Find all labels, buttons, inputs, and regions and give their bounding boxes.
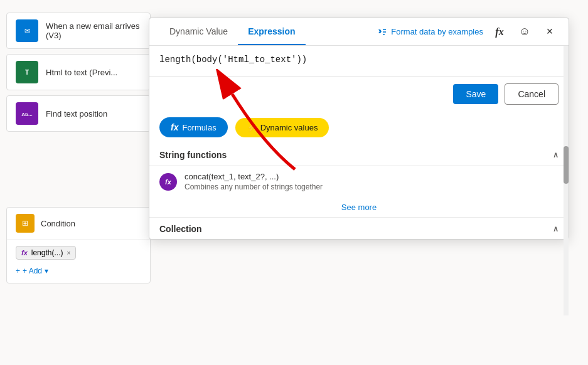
workflow-item-find-text[interactable]: Ab... Find text position <box>6 95 151 132</box>
html-to-text-label: Html to text (Previ... <box>46 68 117 77</box>
chip-label: length(...) <box>31 248 63 257</box>
plus-icon: + <box>16 267 20 275</box>
concat-icon: fx <box>159 173 177 191</box>
concat-details: concat(text_1, text_2?, ...) Combines an… <box>184 172 559 191</box>
save-button[interactable]: Save <box>453 84 498 104</box>
add-dropdown-icon: ▾ <box>45 267 48 275</box>
tab-bar: Dynamic Value Expression Format data by … <box>149 18 569 46</box>
collection-chevron: ∧ <box>553 225 559 233</box>
see-more-link[interactable]: See more <box>149 198 569 217</box>
condition-icon: ⊞ <box>16 214 35 233</box>
outlook-icon: ✉ <box>16 19 38 42</box>
formulas-fx-icon: fx <box>171 122 178 132</box>
concat-name: concat(text_1, text_2?, ...) <box>184 172 559 181</box>
dynamic-icon: ⚡ <box>247 123 257 132</box>
string-functions-chevron: ∧ <box>553 151 559 159</box>
condition-header: ⊞ Condition <box>7 208 150 240</box>
formulas-button[interactable]: fx Formulas <box>159 117 228 137</box>
tab-right-actions: Format data by examples fx ☺ × <box>377 23 559 41</box>
fx-chip-icon: fx <box>21 249 28 257</box>
condition-block: ⊞ Condition fx length(...) × + + Add ▾ <box>6 207 151 283</box>
emoji-button[interactable]: ☺ <box>516 23 533 41</box>
scrollbar-track <box>564 46 569 315</box>
close-button[interactable]: × <box>541 23 559 41</box>
collection-title: Collection <box>159 224 202 234</box>
action-buttons-row: Save Cancel <box>149 77 569 111</box>
condition-label: Condition <box>41 219 75 228</box>
concat-description: Combines any number of strings together <box>184 182 559 191</box>
length-chip[interactable]: fx length(...) × <box>16 246 76 260</box>
tab-dynamic-value[interactable]: Dynamic Value <box>159 19 238 45</box>
workflow-item-html-to-text[interactable]: T Html to text (Previ... <box>6 54 151 90</box>
string-functions-title: String functions <box>159 150 227 160</box>
cancel-button[interactable]: Cancel <box>505 83 559 105</box>
email-trigger-label: When a new email arrives (V3) <box>46 21 141 40</box>
tab-expression[interactable]: Expression <box>238 19 305 45</box>
string-functions-header[interactable]: String functions ∧ <box>149 144 569 166</box>
fx-button[interactable]: fx <box>491 23 508 41</box>
svg-text:⊞: ⊞ <box>22 219 28 228</box>
dynamic-values-button[interactable]: ⚡ Dynamic values <box>235 118 329 137</box>
workflow-items-list: ✉ When a new email arrives (V3) T Html t… <box>6 13 151 137</box>
condition-body: fx length(...) × + + Add ▾ <box>7 240 150 283</box>
function-buttons-row: fx Formulas ⚡ Dynamic values <box>149 111 569 144</box>
find-text-label: Find text position <box>46 109 107 119</box>
svg-text:Ab...: Ab... <box>21 112 32 117</box>
format-data-label: Format data by examples <box>391 27 483 36</box>
format-data-link[interactable]: Format data by examples <box>377 27 483 37</box>
svg-text:T: T <box>25 69 29 76</box>
workflow-item-email[interactable]: ✉ When a new email arrives (V3) <box>6 13 151 49</box>
expression-popup: Dynamic Value Expression Format data by … <box>149 18 569 240</box>
expression-input[interactable] <box>159 55 559 65</box>
svg-text:✉: ✉ <box>24 27 30 34</box>
function-item-concat[interactable]: fx concat(text_1, text_2?, ...) Combines… <box>149 166 569 198</box>
html-icon: T <box>16 61 38 83</box>
chip-close-btn[interactable]: × <box>67 250 70 257</box>
format-data-icon <box>377 27 387 37</box>
expression-area <box>149 46 569 77</box>
collection-header[interactable]: Collection ∧ <box>149 217 569 239</box>
add-label: + Add <box>23 267 42 275</box>
scrollbar-thumb[interactable] <box>564 146 569 184</box>
text-icon: Ab... <box>16 102 38 125</box>
add-button[interactable]: + + Add ▾ <box>16 265 48 277</box>
